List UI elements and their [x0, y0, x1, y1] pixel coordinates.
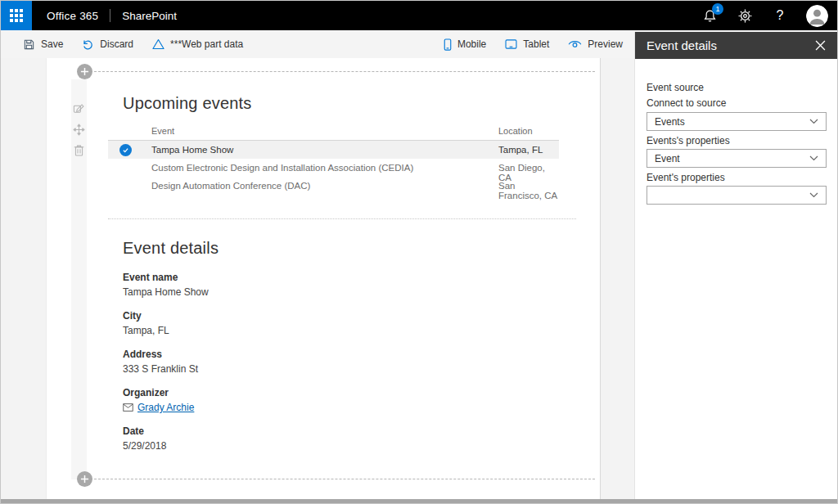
save-button[interactable]: Save — [23, 38, 63, 51]
webpart-divider — [108, 218, 576, 219]
chevron-down-icon — [809, 119, 818, 124]
close-icon — [815, 40, 826, 51]
events-webpart-title: Upcoming events — [123, 94, 252, 113]
field-label: City — [123, 309, 209, 322]
panel-title: Event details — [647, 38, 717, 52]
brand-divider — [110, 9, 110, 22]
gear-icon — [737, 8, 753, 24]
section-divider-bottom — [94, 479, 595, 479]
panel-header: Event details — [635, 32, 837, 59]
event-cell: Custom Electronic Design and Installatio… — [151, 163, 413, 173]
field-label: Date — [123, 425, 209, 438]
add-webpart-button-top[interactable] — [77, 64, 92, 79]
event-detail-fields: Event name Tampa Home Show City Tampa, F… — [123, 271, 209, 463]
add-webpart-button-bottom[interactable] — [77, 471, 92, 487]
location-cell: San Francisco, CA — [498, 181, 559, 200]
undo-icon — [82, 38, 94, 51]
delete-webpart-button[interactable] — [72, 143, 86, 157]
suite-top-bar: Office 365 SharePoint 1 ? — [1, 1, 837, 30]
notification-badge: 1 — [712, 3, 723, 15]
webpart-toolbar — [71, 79, 87, 479]
table-row-dac[interactable]: Design Automation Conference (DAC) San F… — [108, 177, 559, 195]
event-properties-dropdown[interactable] — [647, 186, 827, 205]
event-cell: Tampa Home Show — [151, 145, 233, 155]
page-canvas: Upcoming events Event Location Tampa Hom… — [46, 58, 601, 499]
field-city: City Tampa, FL — [123, 309, 209, 337]
field-value: 333 S Franklin St — [123, 362, 209, 376]
plus-icon — [80, 67, 89, 76]
webpart-data-label: ***Web part data — [170, 38, 243, 50]
edit-toolbar: Save Discard ***Web part data Mobile Tab… — [1, 30, 636, 58]
selected-check-icon — [119, 144, 132, 156]
horizontal-scrollbar[interactable] — [1, 499, 837, 503]
events-properties-dropdown[interactable]: Event — [647, 149, 827, 168]
field-address: Address 333 S Franklin St — [123, 348, 209, 376]
event-cell: Design Automation Conference (DAC) — [151, 181, 310, 191]
edit-icon — [73, 102, 85, 115]
dropdown-value: Events — [655, 116, 685, 128]
table-row-cedia[interactable]: Custom Electronic Design and Installatio… — [108, 159, 559, 177]
event-source-label: Event source — [647, 82, 704, 93]
property-panel: Event details Event source Connect to so… — [634, 32, 837, 499]
event-properties-label: Event's properties — [647, 172, 725, 183]
save-label: Save — [41, 38, 63, 50]
mobile-button[interactable]: Mobile — [444, 38, 486, 51]
mail-icon — [123, 403, 133, 412]
app-launcher-button[interactable] — [1, 1, 32, 30]
connect-to-source-label: Connect to source — [647, 97, 726, 109]
tablet-button[interactable]: Tablet — [505, 38, 549, 50]
connect-to-source-dropdown[interactable]: Events — [647, 112, 827, 131]
mobile-label: Mobile — [457, 38, 486, 50]
trash-icon — [74, 144, 84, 156]
section-divider-top — [94, 71, 595, 72]
move-webpart-button[interactable] — [72, 123, 86, 137]
sharepoint-workbench-window: Office 365 SharePoint 1 ? Save — [0, 0, 838, 504]
preview-eye-icon — [568, 39, 582, 49]
chevron-down-icon — [809, 192, 818, 198]
help-icon: ? — [777, 8, 784, 23]
organizer-link[interactable]: Grady Archie — [137, 401, 194, 414]
person-icon — [806, 5, 828, 27]
field-event-name: Event name Tampa Home Show — [123, 271, 209, 299]
column-header-event: Event — [151, 126, 174, 136]
panel-close-button[interactable] — [811, 37, 829, 55]
field-organizer: Organizer Grady Archie — [123, 386, 209, 414]
field-date: Date 5/29/2018 — [123, 425, 209, 452]
discard-button[interactable]: Discard — [82, 38, 133, 51]
mobile-icon — [444, 38, 452, 51]
help-button[interactable]: ? — [771, 7, 789, 25]
field-label: Organizer — [123, 386, 209, 399]
account-avatar[interactable] — [806, 5, 828, 27]
preview-button[interactable]: Preview — [568, 38, 623, 50]
preview-tools: Mobile Tablet Preview — [444, 38, 636, 51]
field-value: 5/29/2018 — [123, 439, 209, 452]
settings-button[interactable] — [736, 7, 754, 25]
tablet-icon — [505, 39, 517, 49]
brand-sharepoint[interactable]: SharePoint — [122, 10, 177, 22]
events-properties-label: Events's properties — [647, 135, 730, 146]
edit-webpart-button[interactable] — [72, 101, 86, 115]
column-header-location: Location — [498, 126, 533, 136]
brand-office365[interactable]: Office 365 — [47, 10, 98, 22]
chevron-down-icon — [809, 155, 818, 161]
tablet-label: Tablet — [523, 38, 549, 50]
field-value: Tampa, FL — [123, 324, 209, 337]
warning-triangle-icon — [152, 38, 164, 50]
dropdown-value: Event — [655, 153, 680, 164]
waffle-icon — [10, 9, 23, 22]
field-value: Tampa Home Show — [123, 286, 209, 299]
discard-label: Discard — [100, 38, 133, 50]
notifications-button[interactable]: 1 — [701, 7, 719, 25]
plus-icon — [80, 475, 89, 484]
details-webpart-title: Event details — [123, 239, 219, 258]
field-label: Address — [123, 348, 209, 361]
topbar-actions: 1 ? — [701, 5, 837, 27]
save-icon — [23, 38, 35, 51]
preview-label: Preview — [588, 38, 623, 50]
webpart-data-button[interactable]: ***Web part data — [152, 38, 243, 50]
move-icon — [73, 124, 85, 136]
table-row-tampa[interactable]: Tampa Home Show Tampa, FL — [108, 141, 559, 159]
field-label: Event name — [123, 271, 209, 284]
location-cell: Tampa, FL — [498, 145, 543, 155]
